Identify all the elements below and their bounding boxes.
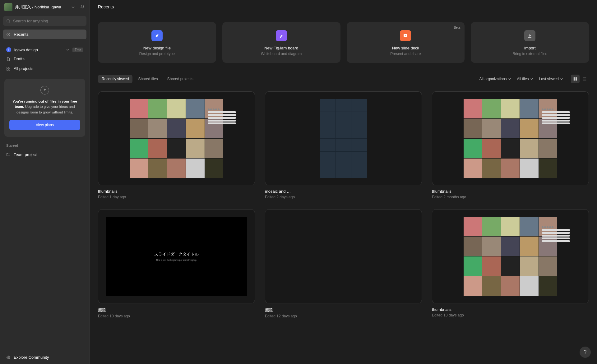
tab-shared-files[interactable]: Shared files bbox=[134, 75, 161, 83]
filter-organizations[interactable]: All organizations bbox=[478, 76, 513, 82]
file-icon bbox=[6, 57, 11, 61]
new-design-file[interactable]: New design file Design and prototype bbox=[98, 22, 216, 63]
file-thumbnail bbox=[265, 209, 422, 303]
svg-point-0 bbox=[7, 19, 10, 22]
nav-recents[interactable]: Recents bbox=[3, 30, 86, 39]
import-file[interactable]: Import Bring in external files bbox=[471, 22, 589, 63]
pen-icon bbox=[151, 30, 163, 41]
starred-heading: Starred bbox=[6, 144, 83, 147]
list-icon bbox=[582, 77, 587, 81]
grid-icon bbox=[573, 77, 577, 81]
avatar bbox=[4, 3, 12, 11]
create-sub: Whiteboard and diagram bbox=[227, 52, 336, 56]
starred-item-label: Team project bbox=[14, 152, 37, 157]
svg-rect-8 bbox=[574, 77, 575, 79]
file-title: thumbnails bbox=[98, 189, 255, 194]
new-figjam-board[interactable]: New FigJam board Whiteboard and diagram bbox=[222, 22, 340, 63]
chevron-down-icon bbox=[66, 48, 69, 51]
upgrade-card: You're running out of files in your free… bbox=[4, 79, 85, 137]
file-thumbnail bbox=[98, 91, 255, 185]
plan-badge: Free bbox=[72, 48, 83, 52]
nav-label: Drafts bbox=[14, 57, 25, 61]
user-name: 井川宜久 / Norihisa Igawa bbox=[15, 4, 69, 10]
view-list-button[interactable] bbox=[580, 75, 589, 83]
beta-badge: Beta bbox=[454, 26, 460, 29]
file-title: thumbnails bbox=[432, 189, 589, 194]
import-icon bbox=[524, 30, 535, 41]
nav-label: Recents bbox=[14, 32, 29, 37]
search-box[interactable] bbox=[3, 16, 86, 26]
file-thumbnail bbox=[432, 91, 589, 185]
bell-icon[interactable] bbox=[80, 4, 85, 10]
file-meta: Edited 1 day ago bbox=[98, 195, 255, 199]
help-button[interactable]: ? bbox=[580, 347, 591, 358]
filter-sort[interactable]: Last viewed bbox=[537, 76, 565, 82]
file-card[interactable]: 無題Edited 12 days ago bbox=[265, 209, 422, 318]
create-sub: Bring in external files bbox=[476, 52, 584, 56]
filter-row: Recently viewed Shared files Shared proj… bbox=[98, 75, 589, 83]
sidebar: 井川宜久 / Norihisa Igawa Recents i igawa de… bbox=[0, 0, 90, 364]
main-content: Recents New design file Design and proto… bbox=[90, 0, 597, 364]
create-sub: Present and share bbox=[352, 52, 460, 56]
create-row: New design file Design and prototype New… bbox=[98, 22, 589, 63]
upload-icon bbox=[40, 86, 49, 94]
file-meta: Edited 2 days ago bbox=[265, 195, 422, 199]
file-title: thumbnails bbox=[432, 307, 589, 312]
starred-item[interactable]: Team project bbox=[6, 150, 83, 159]
file-grid: thumbnailsEdited 1 day agomosaic and …Ed… bbox=[98, 91, 589, 318]
chevron-down-icon bbox=[508, 78, 511, 80]
create-title: New slide deck bbox=[352, 46, 460, 50]
file-meta: Edited 12 days ago bbox=[265, 314, 422, 318]
file-card[interactable]: thumbnailsEdited 1 day ago bbox=[98, 91, 255, 199]
file-card[interactable]: thumbnailsEdited 13 days ago bbox=[432, 209, 589, 318]
svg-rect-11 bbox=[576, 79, 577, 81]
filter-files[interactable]: All files bbox=[515, 76, 535, 82]
user-menu[interactable]: 井川宜久 / Norihisa Igawa bbox=[0, 0, 90, 14]
create-title: New FigJam board bbox=[227, 46, 336, 50]
file-thumbnail bbox=[432, 209, 589, 303]
tab-recently-viewed[interactable]: Recently viewed bbox=[98, 75, 132, 83]
team-avatar: i bbox=[6, 47, 11, 52]
create-title: Import bbox=[476, 46, 584, 50]
svg-rect-9 bbox=[576, 77, 577, 79]
nav-drafts[interactable]: Drafts bbox=[3, 54, 86, 64]
file-title: mosaic and … bbox=[265, 189, 422, 194]
file-thumbnail bbox=[265, 91, 422, 185]
clock-icon bbox=[6, 32, 11, 37]
create-title: New design file bbox=[103, 46, 211, 50]
team-selector[interactable]: i igawa design Free bbox=[3, 45, 86, 54]
search-input[interactable] bbox=[13, 19, 83, 23]
nav-all-projects[interactable]: All projects bbox=[3, 64, 86, 73]
file-card[interactable]: mosaic and …Edited 2 days ago bbox=[265, 91, 422, 199]
svg-rect-10 bbox=[574, 79, 575, 81]
file-card[interactable]: スライドダークタイトルThis is just the beginning of… bbox=[98, 209, 255, 318]
explore-community[interactable]: Explore Community bbox=[0, 351, 90, 364]
chevron-down-icon bbox=[530, 78, 533, 80]
grid-icon bbox=[6, 67, 11, 71]
file-title: 無題 bbox=[98, 307, 255, 313]
new-slide-deck[interactable]: Beta New slide deck Present and share bbox=[347, 22, 465, 63]
tab-shared-projects[interactable]: Shared projects bbox=[164, 75, 197, 83]
folder-icon bbox=[6, 152, 11, 157]
team-name: igawa design bbox=[14, 48, 63, 52]
view-grid-button[interactable] bbox=[571, 75, 580, 83]
file-meta: Edited 10 days ago bbox=[98, 314, 255, 318]
search-icon bbox=[6, 19, 11, 23]
nav-label: All projects bbox=[14, 66, 34, 71]
marker-icon bbox=[276, 30, 287, 41]
explore-label: Explore Community bbox=[14, 355, 49, 360]
file-card[interactable]: thumbnailsEdited 2 months ago bbox=[432, 91, 589, 199]
svg-rect-3 bbox=[9, 67, 10, 68]
chevron-down-icon bbox=[72, 6, 75, 9]
file-meta: Edited 13 days ago bbox=[432, 313, 589, 317]
svg-rect-2 bbox=[7, 67, 8, 68]
svg-rect-5 bbox=[9, 69, 10, 70]
globe-icon bbox=[6, 355, 11, 360]
svg-rect-4 bbox=[7, 69, 8, 70]
create-sub: Design and prototype bbox=[103, 52, 211, 56]
file-meta: Edited 2 months ago bbox=[432, 195, 589, 199]
presentation-icon bbox=[400, 30, 411, 41]
view-plans-button[interactable]: View plans bbox=[9, 120, 80, 130]
file-title: 無題 bbox=[265, 307, 422, 313]
upgrade-text: You're running out of files in your free… bbox=[9, 99, 80, 115]
